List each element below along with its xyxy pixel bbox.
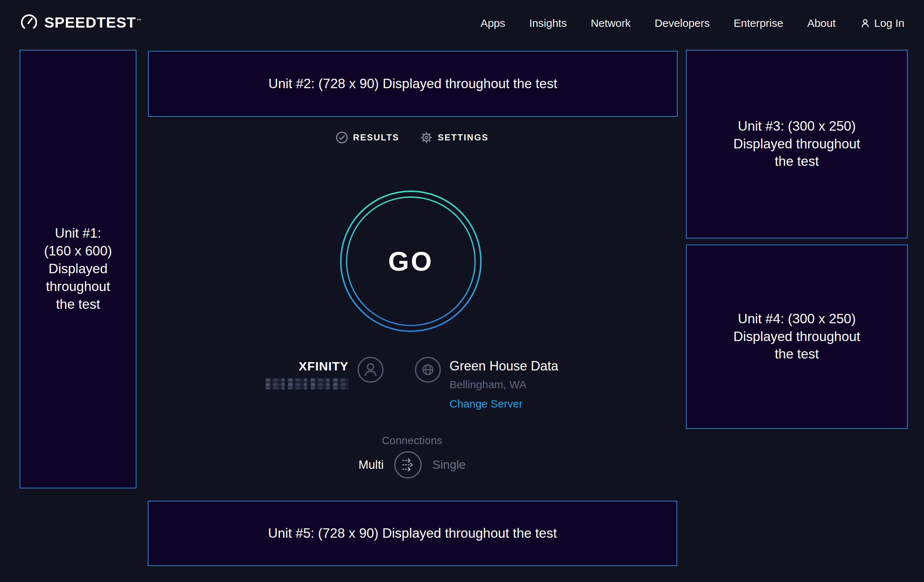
test-meta-row: XFINITY Green Hous [148, 356, 676, 410]
go-label: GO [340, 190, 482, 332]
go-button[interactable]: GO [340, 190, 482, 332]
server-location: Bellingham, WA [449, 378, 558, 391]
nav-item-developers[interactable]: Developers [655, 17, 710, 30]
ad-unit-3-text: Unit #3: (300 x 250) Displayed throughou… [733, 117, 860, 171]
change-server-link[interactable]: Change Server [449, 398, 558, 410]
connections-mode-multi[interactable]: Multi [358, 458, 384, 472]
ad-unit-3[interactable]: Unit #3: (300 x 250) Displayed throughou… [686, 50, 908, 238]
ad-unit-4-text: Unit #4: (300 x 250) Displayed throughou… [733, 310, 860, 363]
nav-item-apps[interactable]: Apps [480, 17, 505, 30]
tab-settings[interactable]: SETTINGS [420, 131, 488, 144]
logo-text: SPEEDTEST™ [44, 14, 142, 31]
isp-name: XFINITY [299, 359, 348, 373]
nav-item-about[interactable]: About [807, 17, 835, 30]
ad-unit-1[interactable]: Unit #1: (160 x 600) Displayed throughou… [20, 50, 137, 488]
person-icon [860, 18, 871, 29]
speedtest-page: SPEEDTEST™ Apps Insights Network Develop… [0, 0, 924, 582]
client-info: XFINITY [266, 356, 384, 389]
tab-results-label: RESULTS [353, 132, 399, 143]
globe-circle-icon [414, 356, 441, 383]
redacted-ip-text [266, 378, 348, 389]
speedometer-icon [20, 13, 38, 32]
gear-icon [420, 131, 432, 144]
ad-unit-5-text: Unit #5: (728 x 90) Displayed throughout… [268, 525, 557, 542]
ad-unit-5[interactable]: Unit #5: (728 x 90) Displayed throughout… [148, 501, 677, 566]
check-circle-icon [336, 131, 348, 144]
nav-item-enterprise[interactable]: Enterprise [733, 17, 783, 30]
result-settings-tabs: RESULTS SETTINGS [148, 131, 676, 144]
server-info: Green House Data Bellingham, WA Change S… [414, 356, 558, 410]
ad-unit-2-text: Unit #2: (728 x 90) Displayed throughout… [269, 75, 558, 93]
tab-results[interactable]: RESULTS [336, 131, 399, 144]
nav-item-network[interactable]: Network [591, 17, 631, 30]
connections-label: Connections [148, 435, 676, 447]
tab-settings-label: SETTINGS [438, 132, 488, 143]
ad-unit-2[interactable]: Unit #2: (728 x 90) Displayed throughout… [148, 51, 678, 117]
ad-unit-1-text: Unit #1: (160 x 600) Displayed throughou… [44, 224, 112, 313]
login-label: Log In [874, 17, 904, 30]
connections-toggle-row: Multi Single [148, 451, 676, 479]
nav-item-insights[interactable]: Insights [529, 17, 566, 30]
multi-connection-arrows-icon[interactable] [394, 451, 422, 479]
server-name: Green House Data [449, 358, 558, 374]
top-nav: Apps Insights Network Developers Enterpr… [480, 17, 904, 30]
person-circle-icon [357, 356, 384, 383]
connections-mode-single[interactable]: Single [432, 458, 465, 472]
login-button[interactable]: Log In [860, 17, 904, 30]
ad-unit-4[interactable]: Unit #4: (300 x 250) Displayed throughou… [686, 244, 908, 429]
speedtest-logo[interactable]: SPEEDTEST™ [20, 13, 142, 32]
trademark-mark: ™ [137, 18, 142, 23]
